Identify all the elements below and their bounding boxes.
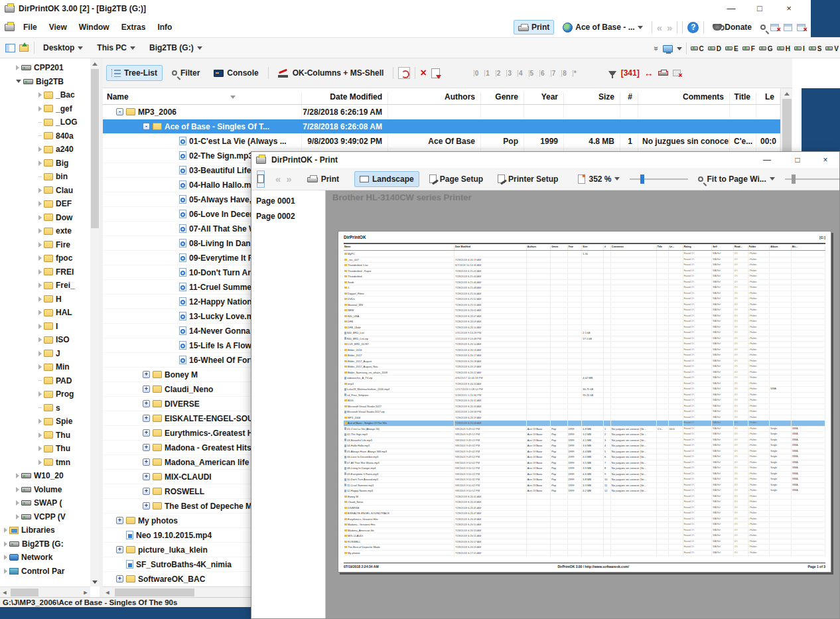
tree-vertical-scrollbar[interactable]: [90, 58, 100, 586]
level-button[interactable]: 4: [518, 70, 523, 77]
expand-arrow-icon[interactable]: [38, 228, 42, 234]
fit-dropdown[interactable]: Fit to Page Wi...: [693, 172, 779, 186]
column-header[interactable]: Le: [756, 92, 780, 104]
tree-item[interactable]: Clau: [0, 184, 90, 198]
tree-item[interactable]: Big2TB: [0, 75, 90, 89]
expand-arrow-icon[interactable]: [38, 351, 42, 356]
menu-item[interactable]: Window: [73, 20, 115, 34]
ok-columns-button[interactable]: OK-Columns + MS-Shell: [273, 66, 389, 80]
tree-item[interactable]: SWAP (: [0, 496, 90, 510]
next-page-icon[interactable]: »: [286, 173, 291, 184]
expand-arrow-icon[interactable]: [38, 92, 42, 98]
tree-item[interactable]: DEF: [0, 197, 90, 211]
tree-item[interactable]: Prog: [0, 387, 90, 401]
maximize-button[interactable]: □: [748, 1, 771, 16]
expand-arrow-icon[interactable]: [16, 473, 19, 478]
sort-indicator-icon[interactable]: [230, 90, 236, 102]
column-header[interactable]: Title: [730, 92, 756, 104]
column-header[interactable]: Genre: [481, 92, 524, 104]
expander-icon[interactable]: [116, 575, 123, 583]
print-title-bar[interactable]: DirPrintOK - Print — □ ×: [251, 152, 839, 168]
zoom-slider[interactable]: [630, 173, 688, 185]
clear-list-icon[interactable]: ×: [420, 68, 426, 78]
tree-item[interactable]: Volume: [0, 483, 90, 497]
expander-icon[interactable]: [143, 385, 150, 393]
windows-icon[interactable]: [784, 24, 792, 31]
tree-item[interactable]: Min: [0, 360, 90, 374]
expand-arrow-icon[interactable]: [38, 419, 42, 424]
expand-arrow-icon[interactable]: [38, 135, 42, 136]
minimize-button[interactable]: —: [757, 153, 777, 167]
expand-arrow-icon[interactable]: [38, 255, 42, 261]
zoom-dropdown[interactable]: 352 %: [573, 172, 624, 186]
tree-item[interactable]: J: [0, 347, 90, 361]
tree-item[interactable]: CPP201: [0, 61, 90, 75]
column-header[interactable]: Name: [103, 92, 302, 104]
tree-item[interactable]: tmn: [0, 456, 90, 470]
page-list-item[interactable]: Page 0001: [256, 194, 320, 209]
print-button[interactable]: Print: [514, 20, 554, 34]
expand-arrow-icon[interactable]: [4, 555, 7, 560]
level-button[interactable]: 6: [539, 70, 545, 77]
column-header[interactable]: #: [620, 92, 638, 104]
column-header[interactable]: Comments: [638, 92, 730, 104]
level-button[interactable]: 8: [561, 70, 567, 77]
expander-icon[interactable]: [143, 473, 150, 480]
print-list-icon[interactable]: [658, 71, 668, 76]
level-button[interactable]: 3: [506, 70, 512, 77]
expand-arrow-icon[interactable]: [38, 324, 42, 329]
menu-item[interactable]: Extras: [115, 20, 152, 34]
landscape-button[interactable]: Landscape: [354, 171, 419, 187]
page-setup-button[interactable]: Page Setup: [425, 172, 488, 186]
expand-arrow-icon[interactable]: [38, 283, 42, 288]
column-header[interactable]: Size: [564, 92, 620, 104]
drive-button[interactable]: V: [825, 45, 839, 52]
expand-arrow-icon[interactable]: [38, 460, 42, 465]
expander-icon[interactable]: [143, 123, 150, 130]
expander-icon[interactable]: [143, 488, 150, 495]
tree-item[interactable]: Big: [0, 157, 90, 171]
refresh-icon[interactable]: [398, 67, 410, 79]
tree-item[interactable]: Spie: [0, 415, 90, 429]
column-header[interactable]: Date Modified: [302, 92, 388, 104]
tree-item[interactable]: Control Par: [0, 565, 90, 579]
back-icon[interactable]: «: [657, 22, 662, 33]
close-all-windows-icon[interactable]: [797, 24, 805, 31]
expand-arrow-icon[interactable]: [38, 215, 42, 220]
table-row[interactable]: Ace of Base - Singles Of T... 7/28/2018 …: [103, 119, 780, 134]
expander-icon[interactable]: [116, 108, 123, 115]
remove-entry-icon[interactable]: [673, 70, 681, 76]
expander-icon[interactable]: [116, 517, 123, 524]
tree-item[interactable]: 840a: [0, 129, 90, 143]
console-button[interactable]: Console: [209, 66, 263, 80]
tree-horizontal-scrollbar[interactable]: ◄ ►: [0, 586, 90, 597]
level-button[interactable]: 2: [496, 70, 501, 77]
expand-arrow-icon[interactable]: [38, 446, 42, 451]
expand-arrow-icon[interactable]: [38, 201, 42, 206]
tree-item[interactable]: I: [0, 320, 90, 334]
menu-item[interactable]: File: [17, 20, 43, 34]
tree-list-button[interactable]: Tree-List: [106, 65, 163, 81]
tree-item[interactable]: a240: [0, 143, 90, 157]
expand-arrow-icon[interactable]: [4, 527, 7, 533]
tree-item[interactable]: W10_20: [0, 469, 90, 483]
tree-item[interactable]: H: [0, 293, 90, 307]
expand-arrow-icon[interactable]: [16, 500, 19, 506]
this-pc-icon[interactable]: [663, 45, 673, 52]
preview-page[interactable]: DirPrintOK [G:] Name Date Modified Autho…: [338, 231, 831, 573]
expand-arrow-icon[interactable]: [38, 310, 42, 315]
tree-item[interactable]: Frei_: [0, 279, 90, 293]
expand-arrow-icon[interactable]: [4, 569, 7, 574]
tree-item[interactable]: VCPP (V: [0, 510, 90, 524]
expand-arrow-icon[interactable]: [38, 147, 42, 152]
column-header[interactable]: Year: [524, 92, 564, 104]
expand-arrow-icon[interactable]: [38, 176, 42, 177]
tree-item[interactable]: _gef: [0, 102, 90, 116]
drive-button[interactable]: G: [759, 45, 773, 52]
export-document-icon[interactable]: [431, 68, 440, 78]
expand-arrow-icon[interactable]: [38, 122, 42, 123]
drive-button[interactable]: D: [708, 45, 721, 52]
level-button[interactable]: *: [573, 70, 577, 77]
folder-up-icon[interactable]: [19, 44, 29, 52]
tree-item[interactable]: exte: [0, 224, 90, 238]
